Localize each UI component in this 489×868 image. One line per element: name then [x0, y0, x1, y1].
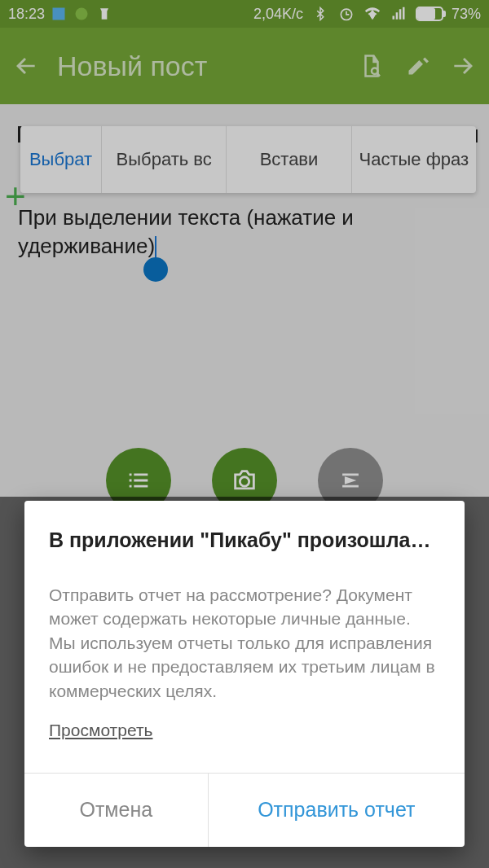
dialog-view-link[interactable]: Просмотреть — [49, 721, 152, 740]
cancel-button[interactable]: Отмена — [24, 774, 209, 847]
crash-dialog: В приложении "Пикабу" произошла… Отправи… — [24, 501, 465, 847]
dialog-body: Отправить отчет на рассмотрение? Докумен… — [49, 583, 440, 703]
send-report-button[interactable]: Отправить отчет — [209, 774, 465, 847]
dialog-title: В приложении "Пикабу" произошла… — [49, 528, 440, 552]
dialog-actions: Отмена Отправить отчет — [24, 773, 465, 847]
